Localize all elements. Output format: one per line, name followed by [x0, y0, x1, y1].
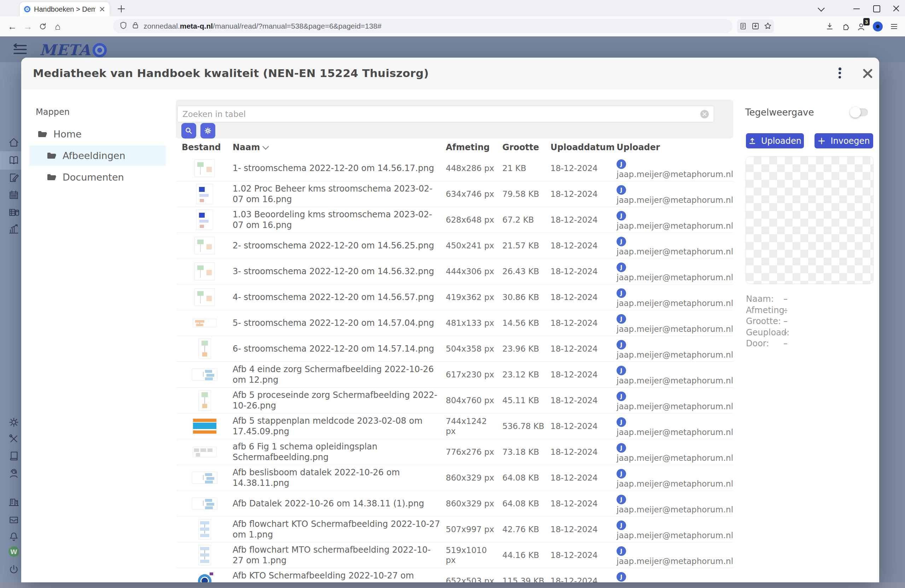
- uploader-email: jaap.meijer@metaphorum.nl: [616, 531, 733, 540]
- browser-logo-icon[interactable]: [872, 21, 884, 33]
- table-row[interactable]: 4- stroomschema 2022-12-20 om 14.56.57.p…: [177, 284, 733, 310]
- organization-building-icon[interactable]: [8, 496, 19, 507]
- home-button[interactable]: ⌂: [52, 21, 64, 33]
- back-button[interactable]: ←: [6, 21, 18, 33]
- notifications-bell-icon[interactable]: [8, 531, 19, 543]
- file-dimensions: 652x503 px: [441, 576, 497, 582]
- file-uploader-cell: J jaap.meijer@metaphorum.nl: [611, 416, 733, 437]
- insert-button[interactable]: Invoegen: [814, 133, 873, 148]
- table-settings-button[interactable]: [200, 123, 215, 138]
- search-clear-icon[interactable]: [700, 110, 709, 118]
- column-header-grootte[interactable]: Grootte: [497, 143, 546, 152]
- file-name: 1- stroomschema 2022-12-20 om 14.56.17.p…: [228, 163, 441, 173]
- modal-kebab-menu[interactable]: [838, 66, 843, 82]
- uploader-email: jaap.meijer@metaphorum.nl: [616, 505, 733, 514]
- menu-hamburger-icon[interactable]: [888, 21, 900, 33]
- search-input[interactable]: Zoeken in tabel: [177, 106, 714, 122]
- window-close-button[interactable]: [891, 3, 902, 13]
- table-row[interactable]: 5- stroomschema 2022-12-20 om 14.57.04.p…: [177, 310, 733, 336]
- backdrop-bottom: [0, 582, 905, 588]
- forward-button[interactable]: →: [22, 21, 34, 33]
- file-uploader-cell: J jaap.meijer@metaphorum.nl: [611, 493, 733, 514]
- bookmark-star-icon[interactable]: [762, 21, 773, 32]
- file-uploader-cell: J jaap.meijer@metaphorum.nl: [611, 158, 733, 179]
- table-row[interactable]: Afb KTO Schermafbeelding 2022-10-27 om 1…: [177, 568, 733, 582]
- table-row[interactable]: 1.03 Beoordeling kms stroomschema 2023-0…: [177, 207, 733, 233]
- folder-item-documenten[interactable]: Documenten: [47, 167, 166, 187]
- file-size: 21.57 KB: [497, 241, 546, 250]
- table-row[interactable]: Afb flowchart MTO schermafbeelding 2022-…: [177, 542, 733, 568]
- reload-button[interactable]: [37, 21, 49, 33]
- lock-icon[interactable]: [132, 21, 139, 31]
- table-row[interactable]: afb 6 Fig 1 schema opleidingsplan Scherm…: [177, 439, 733, 465]
- file-upload-date: 18-12-2024: [546, 319, 611, 328]
- tools-icon[interactable]: [8, 433, 19, 445]
- downloads-icon[interactable]: [824, 21, 836, 33]
- detail-afmeting: Afmeting:–: [746, 305, 873, 316]
- calendar-icon[interactable]: [8, 189, 19, 200]
- table-row[interactable]: 3- stroomschema 2022-12-20 om 14.56.32.p…: [177, 259, 733, 284]
- reader-view-icon[interactable]: [738, 21, 748, 32]
- help-manual-icon[interactable]: [8, 450, 19, 462]
- modal-close-icon[interactable]: [860, 65, 875, 81]
- search-button[interactable]: [181, 123, 196, 138]
- settings-gear-icon[interactable]: [8, 417, 19, 428]
- column-header-naam[interactable]: Naam: [228, 143, 441, 152]
- table-row[interactable]: Afb 4 einde zorg Schermafbeelding 2022-1…: [177, 362, 733, 388]
- window-minimize-button[interactable]: [851, 3, 862, 13]
- table-row[interactable]: Afb beslisboom datalek 2022-10-26 om 14.…: [177, 465, 733, 491]
- table-row[interactable]: 1- stroomschema 2022-12-20 om 14.56.17.p…: [177, 155, 733, 181]
- handbooks-book-icon[interactable]: [8, 154, 19, 166]
- detail-grootte: Grootte:–: [746, 316, 873, 327]
- url-text: zonnedaal.meta-q.nl/manual/read/?manual=…: [143, 22, 381, 30]
- browser-tab-bar: Handboeken > Demo handboe: [0, 0, 905, 16]
- uploader-avatar: J: [616, 520, 626, 530]
- upload-button[interactable]: Uploaden: [746, 133, 804, 148]
- column-header-uploaddatum[interactable]: Uploaddatum: [546, 143, 611, 152]
- analytics-chart-icon[interactable]: [8, 223, 19, 234]
- table-row[interactable]: Afb Datalek 2022-10-26 om 14.38.11 (1).p…: [177, 491, 733, 517]
- column-header-bestand[interactable]: Bestand: [177, 143, 228, 152]
- documents-edit-icon[interactable]: [8, 172, 19, 184]
- table-row[interactable]: Afb 5 stappenplan meldcode 2023-02-08 om…: [177, 414, 733, 439]
- folder-item-home[interactable]: Home: [38, 124, 165, 144]
- shield-icon[interactable]: [119, 21, 127, 31]
- uploader-avatar: J: [616, 159, 626, 169]
- sidebar-collapse-icon[interactable]: [13, 43, 28, 55]
- file-thumbnail: [198, 390, 211, 410]
- url-bar[interactable]: zonnedaal.meta-q.nl/manual/read/?manual=…: [113, 19, 732, 33]
- file-thumbnail: [196, 209, 213, 230]
- file-name: 5- stroomschema 2022-12-20 om 14.57.04.p…: [228, 318, 441, 328]
- file-dimensions: 450x241 px: [441, 241, 497, 250]
- uploader-email: jaap.meijer@metaphorum.nl: [616, 402, 733, 411]
- home-icon[interactable]: [8, 137, 19, 148]
- table-row[interactable]: 6- stroomschema 2022-12-20 om 14.57.14.p…: [177, 336, 733, 362]
- extensions-puzzle-icon[interactable]: [839, 21, 851, 33]
- folder-item-afbeeldingen[interactable]: Afbeeldingen: [29, 146, 166, 166]
- table-row[interactable]: Afb 5 proceseinde zorg Schermafbeelding …: [177, 388, 733, 414]
- save-page-icon[interactable]: [750, 21, 761, 32]
- table-row[interactable]: Afb flowchart KTO Schermafbeelding 2022-…: [177, 517, 733, 542]
- column-header-uploader[interactable]: Uploader: [611, 143, 733, 152]
- window-maximize-button[interactable]: [871, 3, 882, 13]
- file-dimensions: 444x306 px: [441, 266, 497, 276]
- file-size: 44.16 KB: [497, 550, 546, 560]
- backdrop-right: [879, 62, 905, 588]
- table-row[interactable]: 2- stroomschema 2022-12-20 om 14.56.25.p…: [177, 233, 733, 259]
- table-row[interactable]: 1.02 Proc Beheer kms stroomschema 2023-0…: [177, 181, 733, 207]
- detail-naam: Naam:–: [746, 294, 873, 304]
- logout-power-icon[interactable]: [8, 564, 19, 575]
- account-icon[interactable]: 3: [856, 21, 867, 33]
- new-tab-button[interactable]: [117, 4, 126, 13]
- workspace-avatar[interactable]: W: [8, 546, 19, 557]
- column-header-afmeting[interactable]: Afmeting: [441, 143, 497, 152]
- browser-tab[interactable]: Handboeken > Demo handboe: [20, 2, 110, 16]
- file-upload-date: 18-12-2024: [546, 241, 611, 250]
- tile-view-toggle[interactable]: [852, 108, 868, 116]
- tab-close-icon[interactable]: [99, 6, 105, 13]
- meta-logo[interactable]: META: [40, 41, 107, 59]
- tab-list-chevron-icon[interactable]: [816, 3, 827, 13]
- support-headset-icon[interactable]: [8, 468, 19, 479]
- inbox-icon[interactable]: [8, 514, 19, 525]
- registers-table-icon[interactable]: [8, 206, 19, 218]
